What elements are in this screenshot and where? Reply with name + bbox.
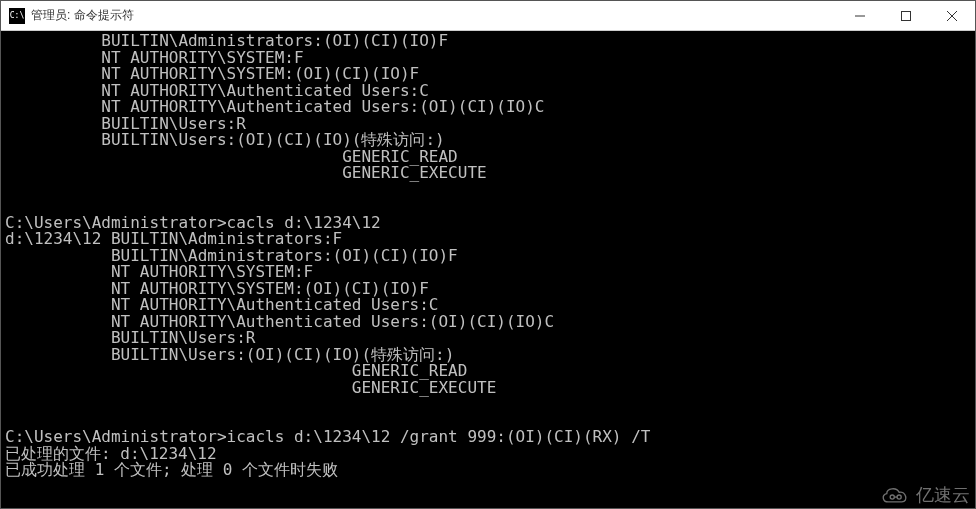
maximize-icon [901,11,911,21]
svg-point-5 [897,495,901,499]
close-button[interactable] [929,1,975,31]
cmd-icon: C:\ [9,8,25,24]
cloud-icon [878,484,912,506]
watermark: 亿速云 [878,483,970,507]
cmd-icon-glyph: C:\ [10,12,24,20]
svg-rect-1 [902,11,911,20]
close-icon [947,11,957,21]
maximize-button[interactable] [883,1,929,31]
minimize-button[interactable] [837,1,883,31]
cmd-window: C:\ 管理员: 命令提示符 BUILTIN\Administrators:(O… [0,0,976,509]
titlebar[interactable]: C:\ 管理员: 命令提示符 [1,1,975,31]
window-title: 管理员: 命令提示符 [31,7,134,24]
terminal-output[interactable]: BUILTIN\Administrators:(OI)(CI)(IO)F NT … [1,31,975,508]
watermark-text: 亿速云 [916,483,970,507]
svg-point-4 [890,495,894,499]
minimize-icon [855,11,865,21]
